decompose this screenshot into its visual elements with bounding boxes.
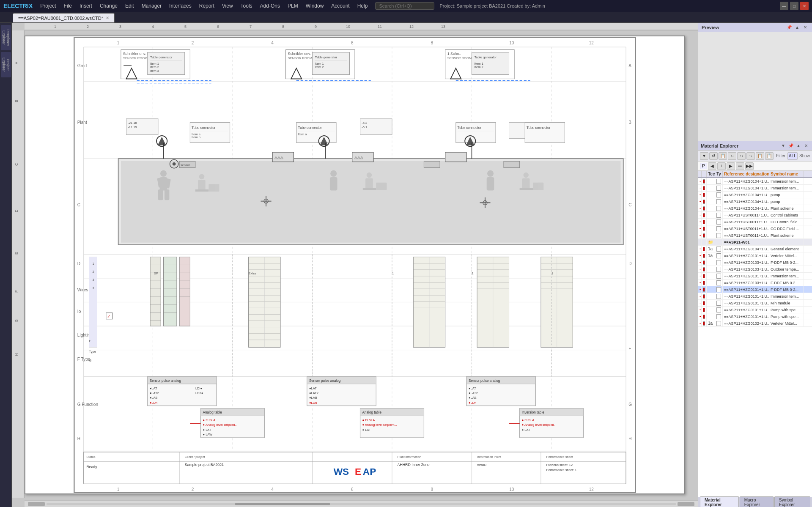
me-row-checkbox[interactable] [715, 252, 723, 259]
preview-pin-button[interactable]: 📌 [786, 24, 793, 31]
menu-help[interactable]: Help [354, 2, 371, 10]
me-table-row[interactable]: –1a==ASP11+HZG0102+1.U...Verteler Mittel… [698, 320, 812, 327]
scrollbar-horizontal[interactable] [25, 500, 698, 507]
me-nav-list-button[interactable]: ≡≡ [736, 162, 744, 170]
me-sort1-button[interactable]: ↑↓ [728, 152, 736, 160]
me-expand-button[interactable]: ▲ [795, 143, 802, 149]
sidebar-templates-explorer[interactable]: Templates Explorer [1, 25, 11, 50]
menu-view[interactable]: View [219, 2, 236, 10]
me-row-checkbox[interactable] [715, 246, 723, 252]
drawing-tab[interactable]: ==ASP02=RAU0001_CTD.0002.wsCTD* ✕ [13, 13, 115, 22]
me-table-row[interactable]: 📁==ASP21-W01 [698, 239, 812, 246]
me-table-row[interactable]: –==ASP11+HZG0101+1.U...Immersion tem... [698, 273, 812, 280]
me-row-checkbox[interactable] [715, 198, 723, 205]
me-row-checkbox[interactable] [715, 293, 723, 299]
me-row-checkbox[interactable] [715, 185, 723, 191]
me-table-row[interactable]: –==ASP11+HZG0104+1.U...Immersion tem... [698, 185, 812, 192]
preview-expand-button[interactable]: ▲ [794, 24, 801, 31]
me-col-sym[interactable]: Symbol name [769, 171, 804, 177]
me-nav-prev-button[interactable]: ◀ [708, 162, 716, 170]
me-table-row[interactable]: –==ASP11+UST0011+1.U...CC Control field [698, 219, 812, 225]
me-nav-next-button[interactable]: ▶ [727, 162, 735, 170]
me-layout1-button[interactable]: 📋 [756, 152, 764, 160]
me-collapse-button[interactable]: ▼ [780, 143, 787, 149]
preview-close-button[interactable]: ✕ [802, 24, 809, 31]
me-refresh-button[interactable]: ↺ [709, 152, 718, 160]
me-row-checkbox[interactable] [715, 232, 723, 238]
me-row-checkbox[interactable] [715, 259, 723, 266]
me-row-checkbox[interactable] [715, 212, 723, 218]
me-table-row[interactable]: –==ASP11+HZG0101+1.U...Pump with spe... [698, 307, 812, 313]
tab-close-icon[interactable]: ✕ [106, 16, 109, 20]
menu-manager[interactable]: Manager [138, 2, 165, 10]
me-row-checkbox[interactable] [715, 225, 723, 232]
menu-addons[interactable]: Add-Ons [257, 2, 283, 10]
menu-plm[interactable]: PLM [284, 2, 302, 10]
me-pin-button[interactable]: 📌 [787, 143, 794, 149]
menu-edit[interactable]: Edit [122, 2, 137, 10]
me-col-ref[interactable]: Reference designation [723, 171, 769, 177]
tab-material-explorer[interactable]: Material Explorer [700, 496, 739, 507]
close-button[interactable]: ✕ [800, 2, 809, 10]
me-table-row[interactable]: –==ASP11+HZG0104+1.U...pump [698, 198, 812, 205]
search-input[interactable] [375, 2, 434, 10]
me-sort2-button[interactable]: ↑↓ [737, 152, 746, 160]
me-nav-end-button[interactable]: ▶▶ [745, 162, 754, 170]
me-table-row[interactable]: –==ASP11+HZG0101+1.U...Pump with spe... [698, 313, 812, 320]
menu-window[interactable]: Window [302, 2, 327, 10]
me-table-row[interactable]: –==ASP11+HZG0103+1.U...F-DDF MB 0-2... [698, 259, 812, 266]
me-table-row[interactable]: –==ASP11+UST0011+1.U...CC DDC Field ... [698, 225, 812, 232]
menu-account[interactable]: Account [328, 2, 353, 10]
me-layout2-button[interactable]: 📋 [765, 152, 774, 160]
me-row-checkbox[interactable] [715, 300, 723, 306]
me-table-row[interactable]: –==ASP11+HZG0103+1.U...F-DDF MB 0-2... [698, 280, 812, 286]
me-row-checkbox[interactable] [715, 266, 723, 272]
me-dropdown-button[interactable]: ▼ [700, 152, 708, 160]
menu-project[interactable]: Project [37, 2, 59, 10]
me-col-tech[interactable]: Tech [707, 171, 715, 177]
me-row-checkbox[interactable] [715, 320, 723, 326]
menu-change[interactable]: Change [96, 2, 121, 10]
me-table-row[interactable]: –==ASP11+HZG0104+1.U...Immersion tem... [698, 178, 812, 185]
me-table-row[interactable]: –==ASP11+HZG0104+1.U...Plant scheme [698, 205, 812, 212]
me-row-checkbox[interactable] [715, 273, 723, 279]
menu-interfaces[interactable]: Interfaces [166, 2, 195, 10]
me-sort3-button[interactable]: ↑↓ [746, 152, 755, 160]
menu-report[interactable]: Report [196, 2, 218, 10]
tab-macro-explorer[interactable]: Macro Explorer [740, 496, 774, 507]
me-row-checkbox[interactable] [715, 239, 723, 245]
me-row-checkbox[interactable] [715, 280, 723, 286]
me-filter-all-button[interactable]: ALL [787, 152, 798, 160]
me-table-row[interactable]: –==ASP11+HZG0104+1.U...pump [698, 192, 812, 198]
me-row-tech: 1a [707, 252, 715, 259]
sidebar-project-explorer[interactable]: Project Explorer [1, 52, 11, 77]
menu-tools[interactable]: Tools [237, 2, 256, 10]
me-row-checkbox[interactable] [715, 286, 723, 293]
me-col-type[interactable]: Ty [715, 171, 723, 177]
tab-symbol-explorer[interactable]: Symbol Explorer [774, 496, 810, 507]
me-table-row[interactable]: –==ASP11+HZG0101+1.U...Min module [698, 300, 812, 307]
me-table-row[interactable]: –==ASP11+UST0011+1.U...Control cabinets [698, 212, 812, 219]
me-row-checkbox[interactable] [715, 178, 723, 184]
me-row-checkbox[interactable] [715, 205, 723, 211]
me-table-row[interactable]: –==ASP11+UST0011+1.U...Plant scheme [698, 232, 812, 239]
maximize-button[interactable]: □ [790, 2, 798, 10]
me-table-row[interactable]: –1a==ASP11+HZG0101+1.U...Verteler Mittel… [698, 252, 812, 259]
me-table-row[interactable]: –1a==ASP11+HZG0104+1.U...General element [698, 246, 812, 252]
me-row-checkbox[interactable] [715, 192, 723, 198]
me-table-row[interactable]: –==ASP11+HZG0101+1.U...F-DDF MB 0-2... [698, 286, 812, 293]
me-table-row[interactable]: –==ASP11+HZG0101+1.U...Immersion tem... [698, 293, 812, 300]
me-close-button[interactable]: ✕ [803, 143, 809, 149]
menu-file[interactable]: File [60, 2, 75, 10]
me-nav-add-button[interactable]: + [717, 162, 726, 170]
schematic-paper[interactable]: Grnd Plant C D Wires Io Lighting F Type … [25, 36, 685, 494]
me-row-checkbox[interactable] [715, 307, 723, 313]
me-copy-button[interactable]: 📋 [719, 152, 727, 160]
me-row-checkbox[interactable] [715, 313, 723, 320]
drawing-area[interactable]: 1 2 3 4 5 6 7 8 9 10 11 12 13 [12, 23, 698, 507]
me-table-row[interactable]: –==ASP11+HZG0103+1.U...Outdoor tempe... [698, 266, 812, 273]
menu-insert[interactable]: Insert [76, 2, 96, 10]
minimize-button[interactable]: — [780, 2, 788, 10]
me-row-checkbox[interactable] [715, 219, 723, 225]
svg-text:H: H [628, 436, 631, 441]
